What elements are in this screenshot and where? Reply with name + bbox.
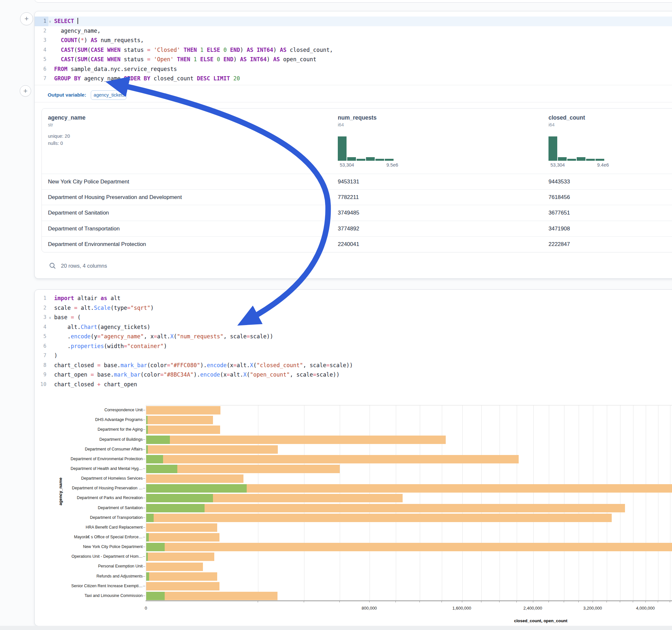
code-line[interactable]: 3 COUNT(*) AS num_requests, (35, 35, 672, 45)
line-number: 2 (35, 303, 48, 313)
code-line[interactable]: 1import altair as alt (35, 294, 672, 303)
column-histogram (338, 137, 393, 161)
line-number: 9 (35, 370, 48, 380)
page-bottom-strip (0, 626, 672, 630)
column-name: num_requests (338, 114, 445, 121)
table-cell: 7618456 (549, 194, 570, 201)
python-cell-card: 1import altair as alt2scale = alt.Scale(… (34, 289, 672, 626)
code-line[interactable]: 6FROM sample_data.nyc.service_requests (35, 65, 672, 74)
code-line[interactable]: 2scale = alt.Scale(type="sqrt") (35, 303, 672, 313)
table-cell: 2222847 (549, 241, 570, 248)
sql-cell-card: 1∨SELECT 2 agency_name,3 COUNT(*) AS num… (34, 11, 672, 279)
histogram-min: 53,304 (550, 162, 565, 168)
code-line[interactable]: 3∨base = ( (35, 313, 672, 322)
table-cell: 7782211 (338, 194, 359, 201)
table-cell: 3774892 (338, 225, 359, 232)
line-number: 7 (35, 74, 48, 83)
code-line[interactable]: 4 CAST(SUM(CASE WHEN status = 'Closed' T… (35, 45, 672, 55)
table-row[interactable]: Department of Environmental Protection22… (42, 236, 672, 252)
column-histogram (549, 137, 604, 161)
table-cell: Department of Sanitation (48, 210, 109, 216)
histogram-max: 9.5e6 (386, 162, 398, 168)
code-line[interactable]: 7) (35, 351, 672, 361)
dataframe-header: agency_name strunique: 20nulls: 0num_req… (42, 108, 672, 174)
line-number: 2 (35, 26, 48, 36)
line-number: 3 (35, 313, 48, 322)
dataframe-preview: agency_name strunique: 20nulls: 0num_req… (42, 108, 672, 252)
output-variable-row: Output variable: agency_tickets (35, 88, 672, 102)
table-cell: New York City Police Department (48, 178, 129, 185)
output-variable-label: Output variable: (48, 92, 86, 98)
code-line[interactable]: 5 CAST(SUM(CASE WHEN status = 'Open' THE… (35, 55, 672, 65)
add-cell-button-top[interactable]: + (20, 12, 33, 25)
table-row[interactable]: Department of Transportation377489234719… (42, 221, 672, 237)
line-number: 1 (35, 17, 48, 26)
sql-code-editor[interactable]: 1∨SELECT 2 agency_name,3 COUNT(*) AS num… (35, 17, 672, 83)
histogram-min: 53,304 (340, 162, 354, 168)
table-cell: Department of Transportation (48, 225, 120, 232)
code-line[interactable]: 7GROUP BY agency_name ORDER BY closed_co… (35, 74, 672, 83)
table-cell: Department of Environmental Protection (48, 241, 146, 248)
add-cell-button-middle[interactable]: + (20, 85, 31, 97)
line-number: 6 (35, 65, 48, 74)
notebook-page: { "colors": { "accent_blue": "#2368ad", … (0, 0, 672, 630)
code-line[interactable]: 6 .properties(width="container") (35, 342, 672, 351)
table-cell: 2240041 (338, 241, 359, 248)
dataframe-footer: 20 rows, 4 columns (49, 259, 107, 272)
line-number: 4 (35, 322, 48, 332)
column-stat: nulls: 0 (48, 140, 155, 147)
column-header-agency_name[interactable]: agency_name strunique: 20nulls: 0 (48, 114, 155, 147)
line-number: 6 (35, 342, 48, 351)
line-number: 1 (35, 294, 48, 303)
code-line[interactable]: 2 agency_name, (35, 26, 672, 36)
line-number: 7 (35, 351, 48, 361)
column-name: agency_name (48, 114, 155, 121)
column-stat: unique: 20 (48, 132, 155, 140)
line-number: 5 (35, 55, 48, 65)
code-line[interactable]: 9chart_open = base.mark_bar(color="#8BC3… (35, 370, 672, 380)
table-cell: 3471908 (549, 225, 570, 232)
code-line[interactable]: 5 .encode(y="agency_name", x=alt.X("num_… (35, 332, 672, 342)
line-number: 10 (35, 380, 48, 390)
line-number: 4 (35, 45, 48, 55)
code-line[interactable]: 10chart_closed + chart_open (35, 380, 672, 390)
previous-cell-card-edge (34, 0, 672, 3)
table-cell: 9453131 (338, 178, 359, 185)
fold-chevron-icon[interactable]: ∨ (49, 17, 51, 27)
histogram-max: 9.4e6 (597, 162, 609, 168)
python-code-editor[interactable]: 1import altair as alt2scale = alt.Scale(… (35, 294, 672, 389)
table-cell: 3677651 (549, 210, 570, 216)
fold-chevron-icon[interactable]: ∨ (49, 313, 51, 323)
column-type: str (48, 122, 155, 127)
rows-columns-count: 20 rows, 4 columns (61, 263, 107, 269)
code-line[interactable]: 8chart_closed = base.mark_bar(color="#FF… (35, 361, 672, 370)
table-cell: 9443533 (549, 178, 570, 185)
code-line[interactable]: 1∨SELECT (35, 17, 672, 26)
table-row[interactable]: New York City Police Department945313194… (42, 174, 672, 190)
code-line[interactable]: 4 alt.Chart(agency_tickets) (35, 322, 672, 332)
column-type: i64 (549, 122, 655, 127)
column-header-closed_count[interactable]: closed_count i6453,304 9.4e6 (549, 114, 655, 127)
table-row[interactable]: Department of Housing Preservation and D… (42, 189, 672, 205)
column-name: closed_count (549, 114, 655, 121)
column-header-num_requests[interactable]: num_requests i6453,304 9.5e6 (338, 114, 445, 127)
table-cell: Department of Housing Preservation and D… (48, 194, 182, 201)
table-cell: 3749485 (338, 210, 359, 216)
search-icon[interactable] (49, 262, 56, 269)
output-variable-input[interactable]: agency_tickets (91, 91, 126, 100)
line-number: 5 (35, 332, 48, 342)
table-row[interactable]: Department of Sanitation37494853677651 (42, 205, 672, 221)
line-number: 8 (35, 361, 48, 370)
line-number: 3 (35, 35, 48, 45)
text-caret (77, 18, 78, 24)
column-type: i64 (338, 122, 445, 127)
